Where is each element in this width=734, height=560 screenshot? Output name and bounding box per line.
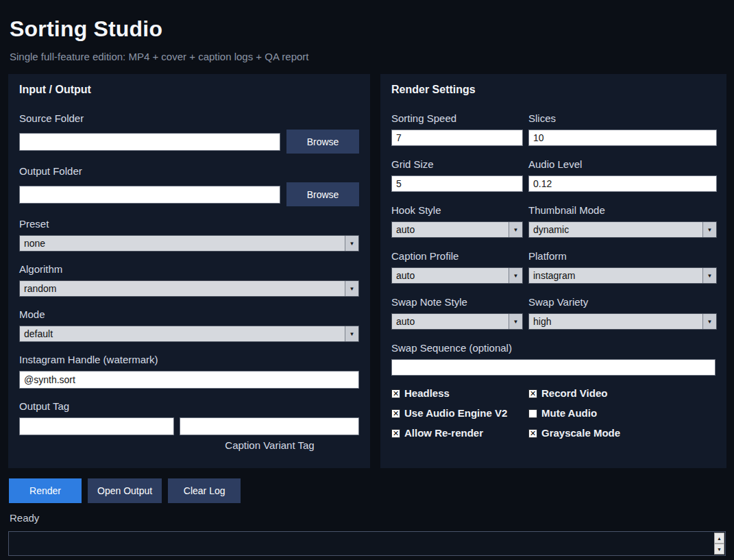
slices-group: Slices (528, 112, 717, 146)
checkbox-label: Record Video (541, 387, 607, 400)
instagram-handle-group: Instagram Handle (watermark) (19, 354, 359, 389)
checkbox-label: Headless (404, 387, 450, 400)
chevron-down-icon[interactable]: ▼ (702, 314, 716, 329)
swap-note-style-select[interactable]: auto ▼ (391, 313, 523, 330)
open-output-button[interactable]: Open Output (88, 478, 162, 503)
chevron-down-icon[interactable]: ▼ (702, 222, 716, 237)
thumbnail-mode-label: Thumbnail Mode (528, 204, 717, 217)
preset-select[interactable]: none ▼ (19, 235, 359, 252)
chevron-down-icon[interactable]: ▼ (345, 281, 358, 296)
algorithm-selected-value: random (20, 281, 345, 296)
hook-style-group: Hook Style auto ▼ (391, 204, 523, 238)
checkbox-label: Allow Re-render (404, 427, 483, 439)
swap-variety-selected-value: high (529, 314, 702, 329)
scroll-down-icon[interactable]: ▼ (714, 544, 724, 555)
thumbnail-mode-group: Thumbnail Mode dynamic ▼ (528, 204, 717, 238)
output-folder-group: Output Folder Browse (19, 165, 359, 206)
source-folder-label: Source Folder (19, 112, 359, 125)
caption-profile-select[interactable]: auto ▼ (391, 267, 523, 284)
thumbnail-mode-select[interactable]: dynamic ▼ (528, 221, 717, 238)
swap-variety-group: Swap Variety high ▼ (528, 296, 717, 330)
slices-label: Slices (528, 112, 717, 125)
checkbox-box: ✕ (391, 409, 400, 418)
clear-log-button[interactable]: Clear Log (168, 478, 241, 503)
checkbox-record-video[interactable]: ✕ Record Video (528, 387, 717, 400)
swap-sequence-group: Swap Sequence (optional) (391, 342, 715, 376)
audio-level-label: Audio Level (528, 158, 717, 171)
slices-input[interactable] (528, 130, 717, 146)
algorithm-group: Algorithm random ▼ (19, 263, 359, 297)
render-settings-panel: Render Settings Sorting Speed Slices Gri… (380, 74, 726, 468)
chevron-down-icon[interactable]: ▼ (509, 222, 522, 237)
checkbox-grayscale-mode[interactable]: ✕ Grayscale Mode (528, 427, 717, 439)
output-tag-input[interactable] (19, 417, 174, 435)
sorting-speed-input[interactable] (391, 130, 523, 146)
sorting-speed-label: Sorting Speed (391, 112, 523, 125)
hook-style-select[interactable]: auto ▼ (391, 221, 523, 238)
instagram-handle-input[interactable] (19, 371, 359, 389)
status-text: Ready (10, 512, 39, 524)
log-scrollbar[interactable]: ▲ ▼ (714, 533, 724, 555)
swap-note-style-group: Swap Note Style auto ▼ (391, 296, 523, 330)
output-tag-group: Output Tag Caption Variant Tag (19, 400, 359, 451)
audio-level-input[interactable] (528, 175, 717, 192)
algorithm-label: Algorithm (19, 263, 359, 276)
platform-group: Platform instagram ▼ (528, 250, 717, 284)
caption-variant-tag-label: Caption Variant Tag (180, 439, 360, 451)
grid-size-label: Grid Size (391, 158, 523, 171)
action-bar: Render Open Output Clear Log (9, 478, 241, 503)
checkbox-use-audio-engine-v2[interactable]: ✕ Use Audio Engine V2 (391, 407, 523, 419)
checkbox-mute-audio[interactable]: Mute Audio (528, 407, 717, 419)
output-tag-label: Output Tag (19, 400, 359, 413)
log-output: ▲ ▼ (8, 531, 726, 556)
source-folder-input[interactable] (19, 133, 280, 151)
grid-size-group: Grid Size (391, 158, 523, 192)
chevron-down-icon[interactable]: ▼ (702, 268, 716, 283)
mode-select[interactable]: default ▼ (19, 326, 359, 342)
hook-style-selected-value: auto (392, 222, 509, 237)
preset-group: Preset none ▼ (19, 218, 359, 252)
chevron-down-icon[interactable]: ▼ (509, 314, 522, 329)
platform-select[interactable]: instagram ▼ (528, 267, 717, 284)
mode-label: Mode (19, 308, 359, 321)
checkbox-label: Mute Audio (541, 407, 597, 419)
io-panel-title: Input / Output (19, 84, 359, 96)
sorting-speed-group: Sorting Speed (391, 112, 523, 146)
browse-source-button[interactable]: Browse (286, 130, 359, 154)
hook-style-label: Hook Style (391, 204, 523, 217)
checkbox-headless[interactable]: ✕ Headless (391, 387, 523, 400)
render-button[interactable]: Render (9, 478, 82, 503)
algorithm-select[interactable]: random ▼ (19, 280, 359, 297)
output-folder-label: Output Folder (19, 165, 359, 178)
scroll-up-icon[interactable]: ▲ (714, 533, 724, 544)
preset-selected-value: none (20, 236, 345, 251)
preset-label: Preset (19, 218, 359, 230)
checkbox-box: ✕ (528, 429, 537, 438)
swap-variety-select[interactable]: high ▼ (528, 313, 717, 330)
render-options-checkboxes: ✕ Headless ✕ Record Video ✕ Use Audio En… (391, 387, 715, 439)
chevron-down-icon[interactable]: ▼ (345, 236, 358, 251)
chevron-down-icon[interactable]: ▼ (345, 326, 358, 341)
checkbox-box: ✕ (391, 429, 400, 438)
thumbnail-mode-selected-value: dynamic (529, 222, 702, 237)
app-title: Sorting Studio (10, 16, 162, 42)
render-panel-title: Render Settings (391, 84, 715, 96)
caption-profile-selected-value: auto (392, 268, 509, 283)
output-folder-input[interactable] (19, 186, 280, 204)
chevron-down-icon[interactable]: ▼ (509, 268, 522, 283)
caption-variant-tag-input[interactable] (180, 417, 359, 435)
platform-label: Platform (528, 250, 717, 263)
mode-selected-value: default (20, 326, 345, 341)
log-content (10, 533, 713, 554)
mode-group: Mode default ▼ (19, 308, 359, 342)
checkbox-allow-re-render[interactable]: ✕ Allow Re-render (391, 427, 523, 439)
source-folder-group: Source Folder Browse (19, 112, 359, 154)
swap-sequence-input[interactable] (391, 359, 715, 376)
checkbox-label: Use Audio Engine V2 (404, 407, 507, 419)
grid-size-input[interactable] (391, 175, 523, 192)
checkbox-box: ✕ (391, 389, 400, 398)
swap-sequence-label: Swap Sequence (optional) (391, 342, 715, 354)
caption-profile-group: Caption Profile auto ▼ (391, 250, 523, 284)
browse-output-button[interactable]: Browse (286, 182, 359, 206)
checkbox-label: Grayscale Mode (541, 427, 620, 439)
